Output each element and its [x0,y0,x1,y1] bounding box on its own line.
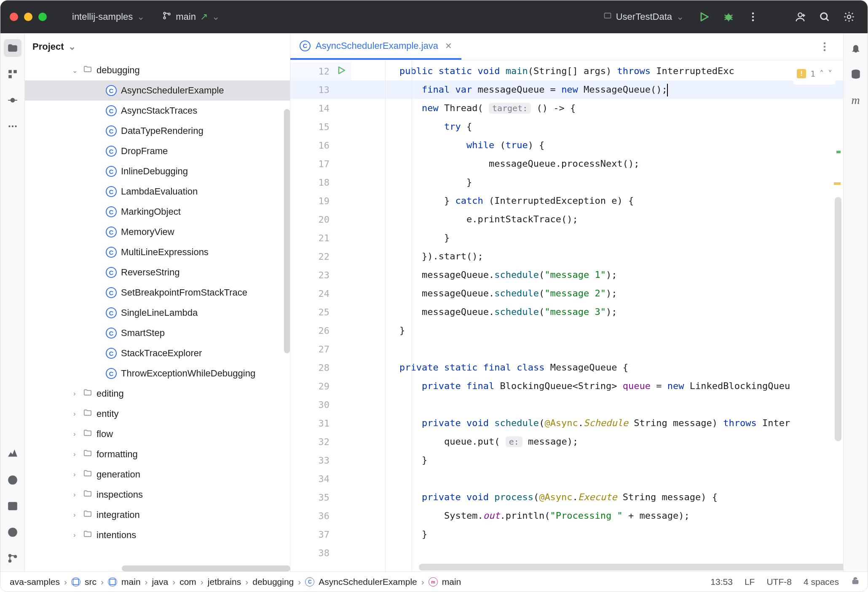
code-line[interactable]: messageQueue.processNext(); [351,155,843,173]
maximize-window-button[interactable] [38,13,47,21]
gutter-line[interactable]: 14 [290,99,351,117]
project-vertical-scrollbar[interactable] [284,109,290,353]
tree-folder-flow[interactable]: ›flow [25,424,290,444]
breadcrumb-item[interactable]: java [150,575,170,589]
tree-folder-intentions[interactable]: ›intentions [25,525,290,545]
indent-widget[interactable]: 4 spaces [804,577,839,587]
code-line[interactable] [351,469,843,488]
gutter-line[interactable]: 29 [290,377,351,395]
gutter-line[interactable]: 23 [290,266,351,284]
tree-folder-integration[interactable]: ›integration [25,505,290,525]
code-line[interactable]: try { [351,117,843,136]
chevron-down-icon[interactable]: ˅ [828,64,832,83]
editor-horizontal-scrollbar[interactable] [419,564,843,571]
code-line[interactable]: public static void main(String[] args) t… [351,62,843,80]
tree-class-MarkingObject[interactable]: CMarkingObject [25,202,290,222]
tab-actions-button[interactable] [815,37,834,56]
project-horizontal-scrollbar[interactable] [122,565,290,571]
tree-class-AsyncSchedulerExample[interactable]: CAsyncSchedulerExample [25,80,290,101]
chevron-up-icon[interactable]: ˄ [820,64,824,83]
run-config-selector[interactable]: UserTestData ⌄ [598,9,689,25]
code-line[interactable]: private void schedule(@Async.Schedule St… [351,414,843,432]
project-panel-header[interactable]: Project ⌄ [25,33,290,60]
code-line[interactable]: messageQueue.schedule("message 1"); [351,266,843,284]
project-tool-button[interactable] [4,39,21,57]
minimize-window-button[interactable] [24,13,32,21]
code-line[interactable]: private static final class MessageQueue … [351,358,843,377]
code-line[interactable]: while (true) { [351,136,843,155]
editor-gutter[interactable]: 1213141516171819202122232425262728293031… [290,60,351,571]
tree-class-AsyncStackTraces[interactable]: CAsyncStackTraces [25,101,290,121]
code-with-me-button[interactable] [791,8,809,26]
editor-body[interactable]: 1213141516171819202122232425262728293031… [290,60,843,571]
tree-class-MultiLineExpressions[interactable]: CMultiLineExpressions [25,242,290,262]
code-line[interactable]: messageQueue.schedule("message 2"); [351,284,843,303]
run-button[interactable] [695,8,713,26]
encoding-widget[interactable]: UTF-8 [766,577,792,587]
gutter-line[interactable]: 36 [290,507,351,525]
tree-class-StackTraceExplorer[interactable]: CStackTraceExplorer [25,343,290,363]
code-line[interactable]: }).start(); [351,247,843,266]
gutter-line[interactable]: 35 [290,488,351,507]
line-separator-widget[interactable]: LF [745,577,755,587]
tree-class-SingleLineLambda[interactable]: CSingleLineLambda [25,303,290,323]
tree-class-LambdaEvaluation[interactable]: CLambdaEvaluation [25,181,290,202]
tree-folder-debugging[interactable]: ⌄debugging [25,60,290,80]
close-window-button[interactable] [10,13,18,21]
tree-class-SmartStep[interactable]: CSmartStep [25,323,290,343]
tree-folder-inspections[interactable]: ›inspections [25,485,290,505]
database-tool-button[interactable] [847,65,865,83]
code-line[interactable]: messageQueue.schedule("message 3"); [351,303,843,321]
caret-position-widget[interactable]: 13:53 [710,577,733,587]
more-tools-button[interactable] [4,117,21,135]
code-line[interactable] [351,395,843,414]
tree-class-SetBreakpointFromStackTrace[interactable]: CSetBreakpointFromStackTrace [25,283,290,303]
gutter-line[interactable]: 15 [290,117,351,136]
code-line[interactable]: final var messageQueue = new MessageQueu… [351,80,843,99]
gutter-line[interactable]: 33 [290,451,351,469]
gutter-line[interactable]: 31 [290,414,351,432]
tree-folder-editing[interactable]: ›editing [25,384,290,404]
code-line[interactable]: queue.put( e: message); [351,432,843,451]
terminal-tool-button[interactable] [4,497,21,515]
gutter-line[interactable]: 26 [290,321,351,340]
breadcrumb-item[interactable]: ava-samples [8,575,62,589]
tree-folder-generation[interactable]: ›generation [25,464,290,485]
gutter-line[interactable]: 20 [290,210,351,229]
gutter-line[interactable]: 19 [290,192,351,210]
run-tool-button[interactable] [4,471,21,489]
tree-class-InlineDebugging[interactable]: CInlineDebugging [25,161,290,181]
maven-tool-button[interactable]: m [847,91,865,109]
tree-folder-entity[interactable]: ›entity [25,404,290,424]
code-line[interactable]: } [351,525,843,544]
tree-folder-formatting[interactable]: ›formatting [25,444,290,464]
project-selector[interactable]: intellij-samples ⌄ [67,9,150,25]
notifications-button[interactable] [847,39,865,57]
close-tab-button[interactable]: ✕ [445,41,452,51]
breadcrumb-item[interactable]: mmain [427,575,463,589]
vcs-tool-button[interactable] [4,549,21,567]
project-tree[interactable]: ⌄debuggingCAsyncSchedulerExampleCAsyncSt… [25,60,290,571]
code-line[interactable] [351,340,843,358]
tree-class-DataTypeRendering[interactable]: CDataTypeRendering [25,121,290,141]
gutter-line[interactable]: 38 [290,544,351,562]
gutter-line[interactable]: 28 [290,358,351,377]
breadcrumb-item[interactable]: CAsyncSchedulerExample [303,575,418,589]
tree-class-DropFrame[interactable]: CDropFrame [25,141,290,161]
tree-class-MemoryView[interactable]: CMemoryView [25,222,290,242]
code-line[interactable]: } [351,321,843,340]
inspection-widget[interactable]: ! 1 ˄ ˅ [793,63,836,85]
breadcrumb-item[interactable]: src [70,575,98,589]
editor-vertical-scrollbar[interactable] [835,197,841,441]
editor-code[interactable]: ! 1 ˄ ˅ public static void main(String[]… [351,60,843,571]
problems-tool-button[interactable] [4,523,21,541]
tree-class-ThrowExceptionWhileDebugging[interactable]: CThrowExceptionWhileDebugging [25,363,290,384]
gutter-line[interactable]: 21 [290,229,351,247]
code-line[interactable]: System.out.println("Processing " + messa… [351,507,843,525]
vcs-branch-widget[interactable]: main ↗ ⌄ [157,8,225,25]
breadcrumbs[interactable]: ava-samples›src›main›java›com›jetbrains›… [8,575,463,589]
settings-button[interactable] [840,8,858,26]
gutter-line[interactable]: 22 [290,247,351,266]
breadcrumb-item[interactable]: main [106,575,142,589]
code-line[interactable]: } [351,451,843,469]
